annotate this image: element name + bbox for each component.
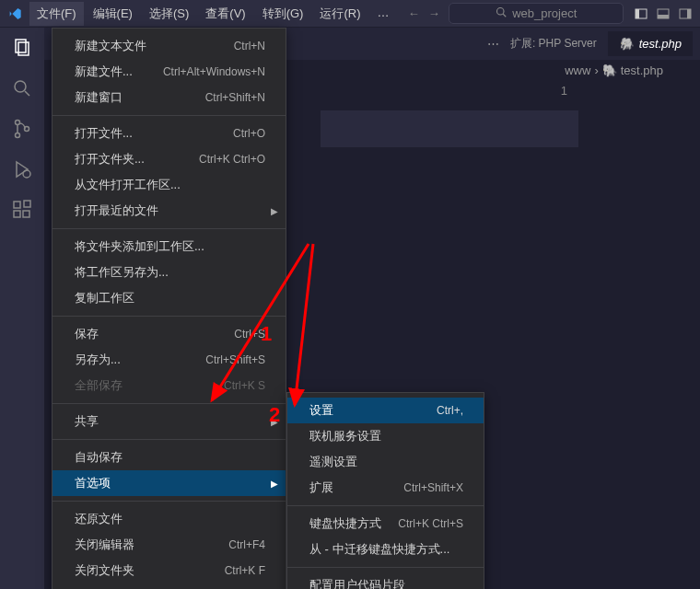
nav-forward-icon[interactable]: → bbox=[426, 6, 441, 21]
menu-item[interactable]: 共享▶ bbox=[52, 409, 286, 434]
menu-item-label: 设置 bbox=[309, 402, 333, 419]
menu-item[interactable]: 键盘快捷方式Ctrl+K Ctrl+S bbox=[287, 511, 484, 537]
menu-item[interactable]: 自动保存 bbox=[52, 445, 286, 470]
menu-6[interactable]: … bbox=[369, 2, 396, 26]
menu-item-label: 新建窗口 bbox=[75, 89, 122, 106]
menu-item[interactable]: 新建文本文件Ctrl+N bbox=[52, 33, 286, 59]
nav-back-icon[interactable]: ← bbox=[406, 6, 421, 21]
menu-item[interactable]: 关闭编辑器Ctrl+F4 bbox=[52, 532, 286, 558]
layout-panel-icon[interactable] bbox=[656, 6, 671, 21]
menu-item[interactable]: 首选项▶ bbox=[52, 470, 286, 496]
menu-item[interactable]: 关闭文件夹Ctrl+K F bbox=[52, 558, 286, 583]
menu-item-label: 打开文件夹... bbox=[75, 151, 145, 167]
menu-item-label: 从 - 中迁移键盘快捷方式... bbox=[309, 541, 449, 558]
menu-item-label: 关闭文件夹 bbox=[75, 562, 134, 579]
menu-item: 全部保存Ctrl+K S bbox=[52, 373, 286, 398]
menu-item-shortcut: Ctrl+K Ctrl+S bbox=[398, 517, 463, 530]
menu-item-shortcut: Ctrl+Shift+X bbox=[403, 481, 463, 494]
menu-item-label: 联机服务设置 bbox=[309, 428, 381, 445]
command-center-search[interactable]: web_project bbox=[449, 3, 624, 24]
menu-item[interactable]: 遥测设置 bbox=[287, 449, 484, 475]
svg-line-11 bbox=[25, 91, 29, 96]
title-bar: 文件(F)编辑(E)选择(S)查看(V)转到(G)运行(R)… ← → web_… bbox=[0, 0, 700, 28]
menu-item-label: 关闭编辑器 bbox=[75, 537, 134, 553]
chevron-right-icon: ▶ bbox=[271, 206, 278, 216]
menu-item[interactable]: 保存Ctrl+S bbox=[52, 321, 286, 347]
menu-item[interactable]: 关闭窗口Alt+F4 bbox=[52, 583, 286, 589]
menu-separator bbox=[52, 316, 286, 317]
menu-item[interactable]: 设置Ctrl+, bbox=[287, 398, 484, 423]
svg-rect-8 bbox=[16, 40, 26, 52]
menu-item[interactable]: 新建窗口Ctrl+Shift+N bbox=[52, 85, 286, 110]
menu-item[interactable]: 从 - 中迁移键盘快捷方式... bbox=[287, 537, 484, 562]
menu-item-label: 首选项 bbox=[75, 475, 111, 491]
tab-label: test.php bbox=[639, 37, 682, 51]
menu-item[interactable]: 打开文件夹...Ctrl+K Ctrl+O bbox=[52, 146, 286, 172]
source-control-icon[interactable] bbox=[11, 118, 33, 140]
editor-selection[interactable] bbox=[321, 110, 578, 147]
menu-separator bbox=[287, 567, 484, 568]
menu-item-label: 键盘快捷方式 bbox=[309, 515, 381, 532]
menu-item[interactable]: 另存为...Ctrl+Shift+S bbox=[52, 347, 286, 373]
menu-item[interactable]: 还原文件 bbox=[52, 506, 286, 532]
menu-item[interactable]: 复制工作区 bbox=[52, 285, 286, 311]
menu-bar: 文件(F)编辑(E)选择(S)查看(V)转到(G)运行(R)… bbox=[29, 2, 396, 26]
menu-item-label: 另存为... bbox=[75, 352, 121, 368]
more-icon[interactable]: ⋯ bbox=[487, 37, 499, 51]
svg-rect-3 bbox=[636, 9, 639, 18]
menu-item-shortcut: Ctrl+N bbox=[234, 40, 265, 52]
svg-rect-7 bbox=[687, 9, 691, 18]
tab-extension[interactable]: 扩展: PHP Server bbox=[510, 36, 597, 52]
layout-sidebar-left-icon[interactable] bbox=[634, 6, 648, 21]
menu-item[interactable]: 扩展Ctrl+Shift+X bbox=[287, 475, 484, 501]
menu-item[interactable]: 联机服务设置 bbox=[287, 423, 484, 449]
activity-bar bbox=[0, 28, 44, 589]
menu-0[interactable]: 文件(F) bbox=[29, 2, 84, 26]
menu-item-label: 保存 bbox=[75, 326, 99, 342]
menu-item[interactable]: 打开最近的文件▶ bbox=[52, 198, 286, 224]
menu-3[interactable]: 查看(V) bbox=[198, 2, 252, 26]
menu-item[interactable]: 从文件打开工作区... bbox=[52, 172, 286, 198]
menu-2[interactable]: 选择(S) bbox=[142, 2, 196, 26]
menu-item[interactable]: 将工作区另存为... bbox=[52, 260, 286, 285]
menu-item-shortcut: Ctrl+Shift+S bbox=[205, 353, 265, 366]
tab-testphp[interactable]: 🐘 test.php bbox=[608, 31, 693, 56]
svg-rect-9 bbox=[18, 42, 29, 55]
menu-item[interactable]: 将文件夹添加到工作区... bbox=[52, 234, 286, 260]
menu-item-shortcut: Ctrl+K Ctrl+O bbox=[199, 153, 265, 166]
preferences-submenu: 设置Ctrl+,联机服务设置遥测设置扩展Ctrl+Shift+X键盘快捷方式Ct… bbox=[286, 392, 484, 589]
run-debug-icon[interactable] bbox=[11, 158, 33, 180]
explorer-icon[interactable] bbox=[11, 37, 33, 59]
svg-point-0 bbox=[497, 8, 505, 16]
svg-rect-5 bbox=[658, 15, 669, 18]
layout-sidebar-right-icon[interactable] bbox=[678, 6, 693, 21]
menu-item-label: 从文件打开工作区... bbox=[75, 177, 181, 193]
svg-point-13 bbox=[16, 133, 20, 138]
menu-5[interactable]: 运行(R) bbox=[312, 2, 368, 26]
annotation-number-1: 1 bbox=[261, 322, 272, 346]
svg-point-10 bbox=[15, 81, 26, 92]
menu-item-shortcut: Ctrl+Alt+Windows+N bbox=[163, 65, 265, 78]
menu-1[interactable]: 编辑(E) bbox=[86, 2, 140, 26]
menu-item-shortcut: Ctrl+F4 bbox=[228, 538, 265, 551]
extensions-icon[interactable] bbox=[11, 199, 33, 221]
menu-4[interactable]: 转到(G) bbox=[255, 2, 311, 26]
search-icon[interactable] bbox=[11, 77, 33, 99]
menu-item[interactable]: 新建文件...Ctrl+Alt+Windows+N bbox=[52, 59, 286, 85]
annotation-number-2: 2 bbox=[269, 403, 280, 427]
svg-rect-16 bbox=[14, 202, 20, 208]
line-gutter: 1 bbox=[542, 80, 578, 98]
menu-item-shortcut: Ctrl+, bbox=[437, 404, 463, 417]
menu-item-shortcut: Ctrl+Shift+N bbox=[205, 91, 265, 104]
menu-item-label: 遥测设置 bbox=[309, 454, 357, 470]
menu-item[interactable]: 打开文件...Ctrl+O bbox=[52, 121, 286, 146]
svg-point-15 bbox=[23, 170, 30, 178]
vscode-logo-icon bbox=[7, 6, 22, 21]
menu-item[interactable]: 配置用户代码片段 bbox=[287, 572, 484, 589]
menu-separator bbox=[52, 115, 286, 116]
menu-item-label: 配置用户代码片段 bbox=[309, 577, 405, 589]
menu-separator bbox=[52, 403, 286, 404]
file-menu-dropdown: 新建文本文件Ctrl+N新建文件...Ctrl+Alt+Windows+N新建窗… bbox=[52, 28, 286, 589]
menu-item-shortcut: Ctrl+O bbox=[233, 127, 265, 140]
menu-item-shortcut: Ctrl+K F bbox=[225, 564, 265, 577]
